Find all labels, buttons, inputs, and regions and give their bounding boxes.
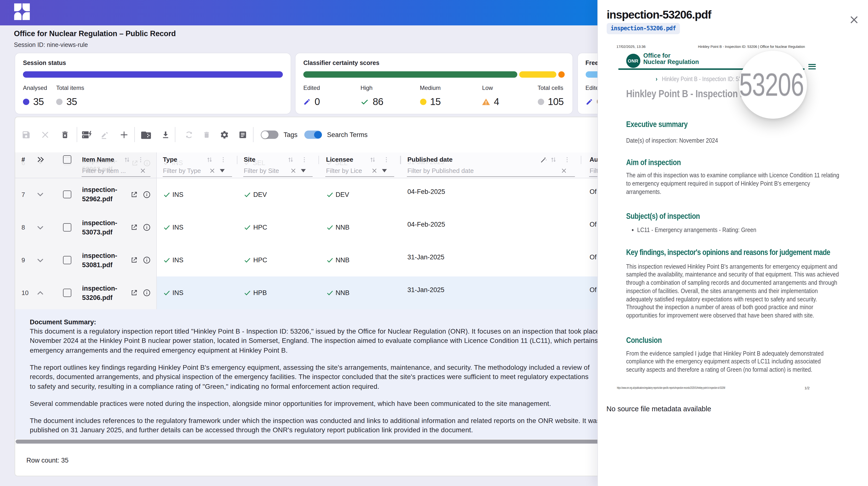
select-all-checkbox[interactable]	[63, 154, 71, 165]
item-name-cell[interactable]: inspection-53206.pdf	[82, 276, 117, 309]
licensee-cell[interactable]: NNB	[326, 276, 349, 309]
item-info-icon[interactable]	[143, 178, 150, 211]
item-info-icon[interactable]	[143, 211, 150, 244]
site-cell[interactable]: HPB	[244, 276, 267, 309]
sort-icon[interactable]	[369, 156, 376, 163]
clear-filter-icon[interactable]	[371, 168, 377, 174]
pdf-findings-heading: Key findings, inspector's opinions and r…	[626, 247, 830, 257]
column-menu-icon[interactable]	[137, 156, 144, 163]
row-checkbox[interactable]	[63, 244, 71, 276]
row-expand-icon[interactable]	[37, 178, 43, 211]
column-header-item-name[interactable]: Item Name	[82, 154, 144, 165]
item-name-cell[interactable]: inspection-52962.pdf	[82, 178, 117, 211]
row-checkbox[interactable]	[63, 211, 71, 244]
author-cell[interactable]: Of	[590, 244, 597, 276]
open-item-icon[interactable]	[130, 211, 138, 244]
refresh-icon[interactable]	[184, 130, 193, 139]
published-date-cell[interactable]: 04-Feb-2025	[407, 178, 445, 211]
table-row[interactable]: 9 inspection-53081.pdf INS HPC NNB	[15, 244, 597, 276]
column-menu-icon[interactable]	[563, 156, 570, 163]
trash-icon[interactable]	[203, 130, 211, 139]
type-cell[interactable]: INS	[163, 178, 183, 211]
column-header-published[interactable]: Published date	[407, 154, 570, 165]
site-cell[interactable]: DEV	[244, 178, 267, 211]
sort-icon[interactable]	[550, 156, 557, 163]
filter-site[interactable]: Filter by Site	[244, 165, 307, 176]
licensee-cell[interactable]: NNB	[326, 244, 349, 276]
licensee-cell[interactable]: NNB	[326, 211, 349, 244]
filter-dropdown-icon[interactable]	[382, 169, 386, 173]
clear-filter-icon[interactable]	[140, 168, 146, 174]
type-cell[interactable]: INS	[163, 276, 183, 309]
save-icon[interactable]	[22, 130, 31, 140]
row-checkbox[interactable]	[63, 178, 71, 211]
table-row-selected[interactable]: 10 inspection-53206.pdf INS HPB NNB	[15, 276, 597, 309]
clear-filter-icon[interactable]	[561, 168, 567, 174]
published-date-cell[interactable]: 04-Feb-2025	[407, 211, 445, 244]
row-collapse-icon[interactable]	[37, 276, 43, 309]
item-info-icon[interactable]	[143, 244, 150, 276]
type-cell[interactable]: INS	[163, 211, 183, 244]
table-row[interactable]: 7 inspection-52962.pdf INS DEV DEV	[15, 178, 597, 211]
type-cell[interactable]: INS	[163, 244, 183, 276]
auto-fill-wand-icon[interactable]	[539, 156, 547, 163]
item-name-cell[interactable]: inspection-53073.pdf	[82, 211, 117, 244]
open-item-icon[interactable]	[130, 178, 138, 211]
filter-author[interactable]: Filt	[590, 165, 597, 176]
sort-icon[interactable]	[206, 156, 213, 163]
author-cell[interactable]: Of	[590, 276, 597, 309]
column-header-author[interactable]: Au	[590, 154, 597, 165]
column-header-num[interactable]: #	[22, 154, 25, 165]
delete-forever-icon[interactable]	[61, 130, 69, 140]
row-expand-icon[interactable]	[37, 211, 43, 244]
filter-dropdown-icon[interactable]	[301, 169, 306, 173]
sort-icon[interactable]	[287, 156, 294, 163]
horizontal-scrollbar[interactable]	[15, 439, 597, 444]
rule-folder-icon[interactable]	[141, 131, 151, 139]
add-icon[interactable]	[120, 130, 128, 139]
column-header-licensee[interactable]: Licensee	[326, 154, 390, 165]
filter-published[interactable]: Filter by Published date	[407, 165, 570, 176]
published-date-cell[interactable]: 31-Jan-2025	[407, 276, 444, 309]
bulk-classify-icon[interactable]	[81, 130, 92, 140]
clear-filter-icon[interactable]	[209, 168, 215, 174]
settings-icon[interactable]	[220, 130, 229, 140]
sort-icon[interactable]	[124, 156, 130, 163]
filter-dropdown-icon[interactable]	[220, 169, 225, 173]
column-header-type[interactable]: Type	[163, 154, 226, 165]
tags-toggle[interactable]	[260, 130, 278, 139]
open-item-icon[interactable]	[130, 276, 138, 309]
session-status-card: Session status Analysed 35 Total items 3…	[14, 53, 291, 114]
app-logo[interactable]	[14, 3, 30, 20]
table-row[interactable]: 8 inspection-53073.pdf INS HPC NNB	[15, 211, 597, 244]
filter-licensee[interactable]: Filter by Lice	[326, 165, 388, 176]
author-cell[interactable]: Of	[590, 178, 597, 211]
author-cell[interactable]: Of	[590, 211, 597, 244]
download-icon[interactable]	[161, 130, 170, 139]
filter-item-name[interactable]: Filter by Item ...	[82, 165, 146, 176]
search-terms-toggle[interactable]	[304, 130, 322, 139]
row-expand-icon[interactable]	[37, 244, 43, 276]
site-cell[interactable]: HPC	[244, 244, 267, 276]
published-date-cell[interactable]: 31-Jan-2025	[407, 244, 444, 276]
site-cell[interactable]: HPC	[244, 211, 267, 244]
clear-filter-icon[interactable]	[290, 168, 296, 174]
item-name-cell[interactable]: inspection-53081.pdf	[82, 244, 117, 276]
cancel-icon[interactable]	[41, 131, 49, 139]
collapse-all-icon[interactable]	[37, 154, 44, 165]
high-check-icon	[361, 98, 369, 106]
classifier-bar-low	[558, 71, 564, 78]
column-menu-icon[interactable]	[220, 156, 226, 163]
open-item-icon[interactable]	[130, 244, 138, 276]
filter-type[interactable]: Filter by Type	[163, 165, 226, 176]
item-info-icon[interactable]	[143, 276, 150, 309]
stat-edited-label: Edited	[303, 85, 320, 91]
scrollbar-thumb[interactable]	[16, 439, 597, 443]
row-checkbox[interactable]	[63, 276, 71, 309]
licensee-cell[interactable]: DEV	[326, 178, 349, 211]
edit-icon[interactable]	[101, 130, 110, 139]
column-menu-icon[interactable]	[301, 156, 308, 163]
column-header-site[interactable]: Site	[244, 154, 308, 165]
article-icon[interactable]	[238, 130, 247, 139]
column-menu-icon[interactable]	[383, 156, 390, 163]
